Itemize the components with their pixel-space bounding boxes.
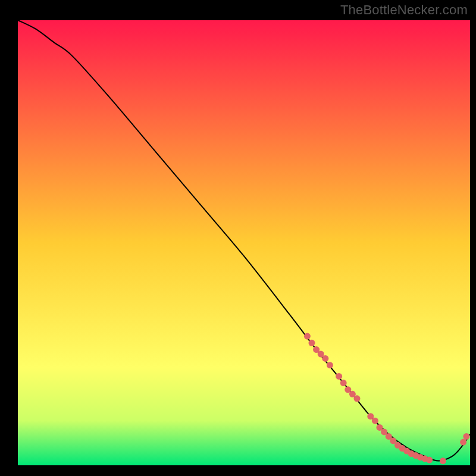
watermark-text: TheBottleNecker.com [340, 2, 468, 18]
scatter-dot [372, 418, 378, 424]
scatter-dot [354, 395, 361, 402]
scatter-dot [463, 433, 469, 440]
scatter-dot [304, 333, 311, 340]
scatter-dot [336, 373, 342, 380]
chart-svg [0, 0, 476, 476]
chart-stage: TheBottleNecker.com [0, 0, 476, 476]
scatter-dot [426, 457, 433, 464]
scatter-dot [460, 439, 466, 446]
scatter-dot [309, 340, 315, 346]
scatter-dot [440, 458, 446, 464]
scatter-dot [327, 362, 333, 368]
scatter-dot [340, 380, 347, 386]
scatter-dot [322, 355, 328, 362]
plot-background [18, 20, 470, 465]
